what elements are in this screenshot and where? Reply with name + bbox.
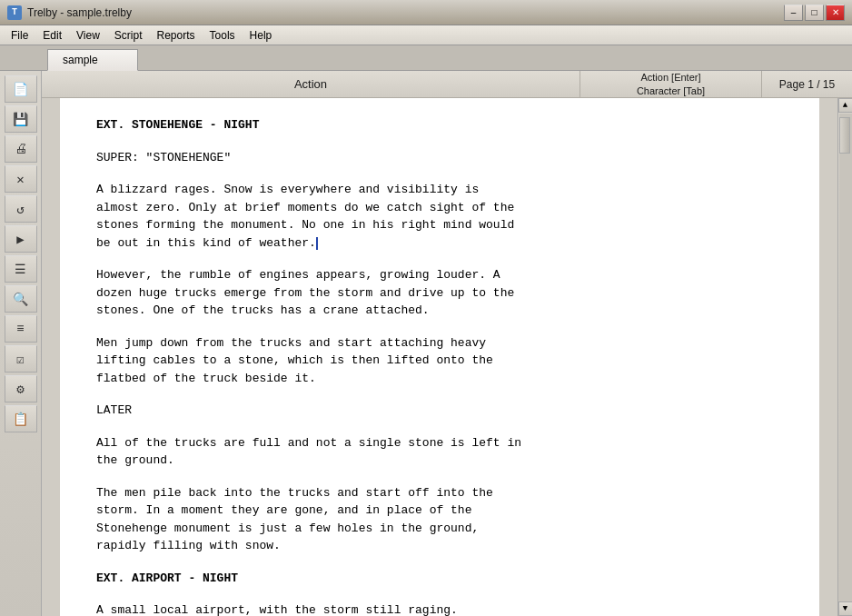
app-icon: T (7, 5, 22, 20)
play-button-icon: ▶ (16, 232, 24, 247)
menu-item-tools[interactable]: Tools (203, 27, 243, 44)
menu-item-file[interactable]: File (4, 27, 35, 44)
new-file-button[interactable]: 📄 (5, 75, 37, 103)
window-controls: – □ ✕ (784, 5, 845, 21)
print-button-icon: 🖨 (15, 142, 27, 156)
text-cursor (316, 237, 318, 250)
minimize-button[interactable]: – (784, 5, 803, 21)
element-type-left: Action (42, 71, 580, 97)
action-block: The men pile back into the trucks and st… (96, 484, 783, 555)
format-button-icon: ≡ (16, 322, 24, 336)
search-button[interactable]: 🔍 (5, 285, 37, 313)
element-type-hint: Action [Enter]Character [Tab] (637, 71, 705, 97)
play-button[interactable]: ▶ (5, 225, 37, 253)
script-container: EXT. STONEHENGE - NIGHTSUPER: "STONEHENG… (42, 98, 852, 616)
main-layout: 📄💾🖨✕↺▶☰🔍≡☑⚙📋 Action Action [Enter]Charac… (0, 71, 852, 616)
save-button-icon: 💾 (13, 112, 28, 127)
menu-bar: FileEditViewScriptReportsToolsHelp (0, 25, 852, 45)
menu-item-view[interactable]: View (69, 27, 107, 44)
action-block: Men jump down from the trucks and start … (96, 334, 783, 388)
menu-item-edit[interactable]: Edit (35, 27, 69, 44)
sidebar: 📄💾🖨✕↺▶☰🔍≡☑⚙📋 (0, 71, 42, 616)
maximize-button[interactable]: □ (805, 5, 824, 21)
scene-heading: EXT. STONEHENGE - NIGHT (96, 116, 783, 134)
scene-heading: EXT. AIRPORT - NIGHT (96, 570, 783, 588)
content-area: Action Action [Enter]Character [Tab] Pag… (42, 71, 852, 616)
page-indicator: Page 1 / 15 (761, 71, 852, 97)
action-block: All of the trucks are full and not a sin… (96, 434, 783, 470)
script-content[interactable]: EXT. STONEHENGE - NIGHTSUPER: "STONEHENG… (60, 98, 819, 616)
action-block: A blizzard rages. Snow is everywhere and… (96, 181, 783, 252)
scroll-down-button[interactable]: ▼ (838, 601, 853, 616)
title-text: Trelby - sample.trelby (27, 6, 784, 19)
new-file-button-icon: 📄 (13, 82, 28, 97)
transition: LATER (96, 402, 783, 420)
reports-button-icon: 📋 (13, 412, 28, 427)
format-button[interactable]: ≡ (5, 315, 37, 343)
save-button[interactable]: 💾 (5, 105, 37, 133)
close-button[interactable]: ✕ (826, 5, 845, 21)
action-block: A small local airport, with the storm st… (96, 601, 783, 616)
page-number: Page 1 / 15 (779, 78, 835, 91)
tab-sample[interactable]: sample (47, 49, 138, 71)
scrollbar-track[interactable] (839, 114, 852, 601)
menu-item-help[interactable]: Help (243, 27, 280, 44)
element-header: Action Action [Enter]Character [Tab] Pag… (42, 71, 852, 98)
element-type-label: Action (294, 77, 327, 91)
settings-button-icon: ⚙ (16, 382, 24, 397)
settings-button[interactable]: ⚙ (5, 375, 37, 402)
action-block: However, the rumble of engines appears, … (96, 266, 783, 320)
list-button-icon: ☰ (15, 262, 26, 277)
undo-button[interactable]: ↺ (5, 195, 37, 223)
scroll-up-button[interactable]: ▲ (838, 98, 853, 113)
delete-button[interactable]: ✕ (5, 165, 37, 193)
list-button[interactable]: ☰ (5, 255, 37, 283)
check-button-icon: ☑ (16, 352, 24, 367)
tab-label: sample (63, 54, 98, 66)
delete-button-icon: ✕ (16, 172, 24, 187)
print-button[interactable]: 🖨 (5, 135, 37, 163)
scrollbar[interactable]: ▲ ▼ (837, 98, 852, 616)
menu-item-script[interactable]: Script (107, 27, 150, 44)
element-type-right: Action [Enter]Character [Tab] (580, 71, 761, 97)
scrollbar-thumb[interactable] (839, 117, 850, 154)
tab-bar: sample (0, 45, 852, 71)
search-button-icon: 🔍 (13, 292, 28, 307)
reports-button[interactable]: 📋 (5, 405, 37, 432)
action-block: SUPER: "STONEHENGE" (96, 149, 783, 167)
undo-button-icon: ↺ (16, 202, 24, 217)
menu-item-reports[interactable]: Reports (150, 27, 203, 44)
check-button[interactable]: ☑ (5, 345, 37, 373)
title-bar: T Trelby - sample.trelby – □ ✕ (0, 0, 852, 25)
